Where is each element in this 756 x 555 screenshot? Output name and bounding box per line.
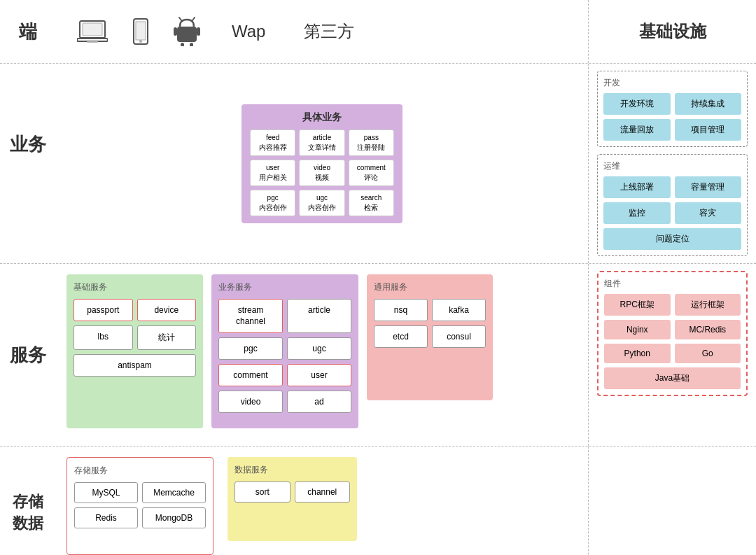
infra-title-area: 基础设施 [588,0,756,63]
biz-feed: feed内容推荐 [250,129,295,156]
svg-line-11 [192,17,195,20]
label-dan: 端 [0,0,56,63]
comp-grid: RPC框架 运行框架 Nginx MC/Redis Python Go Java… [604,294,741,389]
svc-kafka: kafka [432,299,486,321]
btn-devenv: 开发环境 [603,93,671,115]
svc-ugc: ugc [287,337,351,360]
svg-rect-3 [87,41,98,43]
biz-pass: pass注册登陆 [349,129,394,156]
specific-business-box: 具体业务 feed内容推荐 article文章详情 pass注册登陆 user用… [241,104,402,223]
svc-comment: comment [218,364,283,386]
data-box: 数据服务 sort channel [227,457,357,541]
btn-java: Java基础 [604,367,741,389]
data-grid: sort channel [234,482,350,503]
svg-rect-2 [77,38,108,41]
data-sort: sort [234,482,290,503]
biz-service-box: 业务服务 streamchannel article pgc ugc comme… [211,274,358,428]
svc-antispam: antispam [74,354,196,377]
specific-biz-title: 具体业务 [250,111,394,124]
btn-traffic: 流量回放 [603,119,671,141]
svc-consul: consul [432,325,486,348]
biz-ugc: ugc内容创作 [299,190,344,216]
biz-comment: comment评论 [349,160,394,186]
comp-group-box: 组件 RPC框架 运行框架 Nginx MC/Redis Python Go J… [597,271,748,396]
btn-monitor: 监控 [603,202,671,224]
phone-icon [132,18,149,45]
store-memcache: Memcache [142,482,206,503]
btn-deploy: 上线部署 [603,176,671,198]
infra-bottom [588,447,756,555]
infra-title: 基础设施 [639,20,706,43]
ops-grid: 上线部署 容量管理 监控 容灾 问题定位 [603,176,741,250]
store-title: 存储服务 [74,465,206,477]
svg-rect-7 [177,27,197,42]
comp-label: 组件 [604,278,741,290]
btn-dr: 容灾 [675,202,742,224]
svc-article: article [287,299,351,333]
device-row: Wap 第三方 [56,0,588,63]
biz-service-title: 业务服务 [218,281,351,293]
svc-user: user [287,364,351,386]
btn-mcredis: MC/Redis [675,320,741,339]
infra-dev-section: 开发 开发环境 持续集成 流量回放 项目管理 运维 上线部署 容量管理 监控 容… [588,64,756,263]
svc-stream: streamchannel [218,299,283,333]
svc-video: video [218,391,283,413]
btn-nginx: Nginx [604,320,671,339]
label-fuwu: 服务 [0,264,56,446]
base-service-box: 基础服务 passport device lbs 统计 antispam [66,274,203,428]
biz-pgc: pgc内容创作 [250,190,295,216]
store-mongodb: MongoDB [142,507,206,528]
biz-video: video视频 [299,160,344,186]
svg-rect-1 [83,23,102,36]
biz-search: search检索 [349,190,394,216]
business-section: 业务 具体业务 feed内容推荐 article文章详情 pass注册登陆 us… [0,64,756,264]
common-service-title: 通用服务 [374,281,486,293]
svc-device: device [137,299,197,321]
ops-group-box: 运维 上线部署 容量管理 监控 容灾 问题定位 [597,154,748,256]
svg-rect-14 [181,43,184,46]
svg-rect-12 [174,27,177,36]
btn-runtime: 运行框架 [675,294,741,316]
btn-troubleshoot: 问题定位 [603,228,741,250]
svg-rect-15 [190,43,193,46]
ops-label: 运维 [603,160,741,172]
label-yewu: 业务 [0,64,56,225]
common-service-box: 通用服务 nsq kafka etcd consul [367,274,493,400]
btn-python: Python [604,344,671,363]
laptop-icon [77,20,108,43]
service-section: 服务 基础服务 passport device lbs 统计 antispam [0,264,756,447]
svc-etcd: etcd [374,325,428,348]
store-mysql: MySQL [74,482,138,503]
common-service-grid: nsq kafka etcd consul [374,299,486,348]
top-section: 端 [0,0,756,64]
btn-capacity: 容量管理 [675,176,742,198]
storage-section: 存储数据 存储服务 MySQL Memcache Redis MongoDB 数… [0,447,756,555]
infra-comp-section: 组件 RPC框架 运行框架 Nginx MC/Redis Python Go J… [588,264,756,446]
svg-point-6 [139,40,142,43]
svg-rect-5 [136,22,146,40]
svg-rect-13 [197,27,200,36]
svc-nsq: nsq [374,299,428,321]
thirdparty-label: 第三方 [304,20,354,43]
android-icon [174,17,200,46]
btn-ci: 持续集成 [675,93,742,115]
btn-go: Go [675,344,741,363]
store-grid: MySQL Memcache Redis MongoDB [74,482,206,528]
svc-stats: 统计 [137,325,197,350]
dev-group-box: 开发 开发环境 持续集成 流量回放 项目管理 [597,71,748,147]
wap-label: Wap [232,22,265,41]
storage-box: 存储服务 MySQL Memcache Redis MongoDB [66,457,214,555]
store-redis: Redis [74,507,138,528]
svg-point-9 [190,22,192,25]
dev-label: 开发 [603,77,741,89]
specific-biz-grid: feed内容推荐 article文章详情 pass注册登陆 user用户相关 v… [250,129,394,216]
data-title: 数据服务 [234,464,350,476]
label-storage: 存储数据 [0,447,56,555]
main-layout: 端 [0,0,756,555]
btn-projmgmt: 项目管理 [675,119,742,141]
svg-line-10 [179,17,181,20]
svg-point-8 [181,22,184,25]
svc-pgc: pgc [218,337,283,360]
biz-article: article文章详情 [299,129,344,156]
biz-user: user用户相关 [250,160,295,186]
